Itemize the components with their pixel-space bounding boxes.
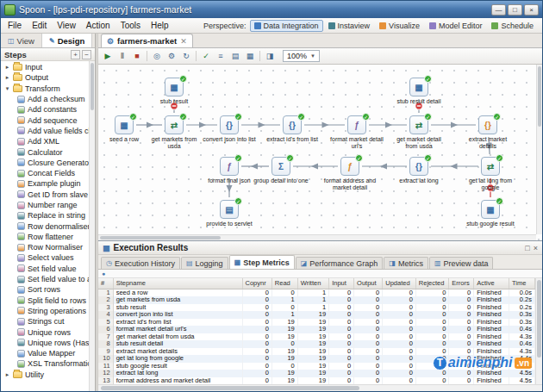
sidebar-scrollbar-thumb[interactable] bbox=[90, 63, 94, 110]
tree-item-example-plugin[interactable]: Example plugin bbox=[1, 178, 89, 189]
tree-item-calculator[interactable]: Calculator bbox=[1, 146, 89, 157]
perspective-schedule-button[interactable]: Schedule bbox=[487, 20, 538, 32]
table-row[interactable]: 9extract market details0191900000Finishe… bbox=[98, 348, 535, 356]
results-tab-preview-data[interactable]: ▥Preview data bbox=[429, 257, 494, 269]
menu-action[interactable]: Action bbox=[81, 20, 115, 31]
tree-item-split-field-to-rows[interactable]: Split field to rows bbox=[1, 296, 89, 306]
tree-item-select-values[interactable]: Select values bbox=[1, 252, 89, 263]
step-icon-get-lat-long-from-google[interactable]: ⇄✓ bbox=[481, 157, 500, 176]
expand-all-button[interactable]: + bbox=[71, 50, 80, 59]
canvas-step-extract-lat-long[interactable]: {}✓extract lat long bbox=[391, 157, 446, 184]
results-tab-step-metrics[interactable]: ▦Step Metrics bbox=[229, 255, 295, 269]
step-icon-format-final-json[interactable]: ƒ✓ bbox=[220, 157, 239, 176]
collapse-all-button[interactable]: − bbox=[82, 50, 91, 59]
table-row[interactable]: 13format address and market detail019190… bbox=[98, 377, 535, 385]
sidebar-tab-view[interactable]: ◫View bbox=[1, 34, 42, 47]
menu-edit[interactable]: Edit bbox=[27, 20, 52, 31]
table-row[interactable]: 4convert json into list011900000Finished… bbox=[98, 311, 535, 319]
tree-item-string-operations[interactable]: String operations bbox=[1, 306, 89, 316]
step-icon-extract-market-details[interactable]: {}✓ bbox=[478, 115, 497, 134]
close-panel-button[interactable]: × bbox=[534, 244, 538, 252]
tree-item-add-sequence[interactable]: Add sequence bbox=[1, 115, 89, 125]
tree-item-value-mapper[interactable]: Value Mapper bbox=[1, 348, 89, 358]
canvas-vscroll-thumb[interactable] bbox=[538, 66, 541, 127]
table-row[interactable]: 7get market detail from usda0191900000Fi… bbox=[98, 333, 535, 341]
canvas-step-stub-result-detail[interactable]: ▦✓stub result detail bbox=[391, 78, 446, 105]
toolbar-impact-analysis-button[interactable]: ≡ bbox=[215, 50, 227, 62]
tree-item-set-field-value-to-a-const[interactable]: Set field value to a const... bbox=[1, 274, 89, 284]
tree-folder-output[interactable]: ▸Output bbox=[1, 72, 89, 83]
column-header-updated[interactable]: Updated bbox=[383, 278, 416, 289]
menu-help[interactable]: Help bbox=[146, 20, 174, 31]
canvas-step-format-address-and-market-detail[interactable]: ƒ✓format address and market detail bbox=[322, 157, 378, 191]
canvas-step-extract-ids-from-list[interactable]: {}✓extract id's from list bbox=[265, 115, 320, 143]
column-header-input[interactable]: Input bbox=[329, 278, 354, 289]
tree-item-row-denormaliser[interactable]: Row denormaliser bbox=[1, 221, 89, 231]
toolbar-replay-button[interactable]: ↻ bbox=[180, 50, 192, 62]
hide-inactive-steps-button[interactable]: ● bbox=[102, 271, 105, 277]
toolbar-run-button[interactable]: ▶ bbox=[102, 50, 114, 62]
table-row[interactable]: 6format market detail url's0191900000Fin… bbox=[98, 326, 535, 333]
toolbar-stop-button[interactable]: ■ bbox=[131, 50, 143, 62]
canvas-step-get-market-detail-from-usda[interactable]: ⇄✓get market detail from usda bbox=[391, 115, 446, 150]
column-header-output[interactable]: Output bbox=[354, 278, 383, 289]
step-icon-convert-json-into-list[interactable]: {}✓ bbox=[220, 115, 239, 134]
menu-file[interactable]: File bbox=[3, 20, 27, 31]
tree-folder-utility[interactable]: ▸Utility bbox=[1, 370, 89, 380]
table-row[interactable]: 3stub result00100000Finished0.2s bbox=[98, 304, 535, 312]
step-icon-get-markets-from-usda[interactable]: ⇄✓ bbox=[165, 115, 184, 134]
tree-item-strings-cut[interactable]: Strings cut bbox=[1, 316, 89, 327]
table-horizontal-scrollbar[interactable] bbox=[98, 384, 542, 391]
column-header-time[interactable]: Time bbox=[509, 278, 534, 289]
maximize-button[interactable]: □ bbox=[508, 4, 522, 16]
table-row[interactable]: 12extract lat long0191900000Finished4.5s bbox=[98, 370, 535, 377]
maximize-panel-button[interactable]: □ bbox=[525, 244, 529, 252]
step-icon-seed-a-row[interactable]: ▦✓ bbox=[115, 115, 134, 134]
toolbar-preview-button[interactable]: ◎ bbox=[151, 50, 163, 62]
perspective-data-integration-button[interactable]: Data Integration bbox=[250, 20, 323, 32]
tree-item-number-range[interactable]: Number range bbox=[1, 200, 89, 210]
canvas-hscroll-thumb[interactable] bbox=[100, 236, 221, 240]
canvas-step-format-market-detail-urls[interactable]: ƒ✓format market detail url's bbox=[329, 115, 384, 150]
canvas-vertical-scrollbar[interactable] bbox=[536, 65, 542, 234]
toolbar-debug-button[interactable]: ⚙ bbox=[165, 50, 178, 62]
step-icon-extract-lat-long[interactable]: {}✓ bbox=[409, 157, 428, 176]
tree-item-closure-generator[interactable]: Closure Generator bbox=[1, 158, 89, 168]
step-icon-format-address-and-market-detail[interactable]: ƒ✓ bbox=[340, 157, 359, 176]
canvas-step-seed-a-row[interactable]: ▦✓seed a row bbox=[98, 115, 152, 143]
column-header-stepname[interactable]: Stepname bbox=[113, 278, 242, 289]
tree-item-sort-rows[interactable]: Sort rows bbox=[1, 284, 89, 295]
tree-item-replace-in-string[interactable]: Replace in string bbox=[1, 210, 89, 221]
tree-item-xsl-transformation[interactable]: XSL Transformation bbox=[1, 358, 89, 369]
column-header-active[interactable]: Active bbox=[474, 278, 509, 289]
tree-item-add-constants[interactable]: Add constants bbox=[1, 104, 89, 115]
canvas-step-stub-google-result[interactable]: ▦✓stub google result bbox=[463, 200, 518, 227]
toolbar-generate-sql-button[interactable]: ▤ bbox=[229, 50, 241, 62]
tree-item-unique-rows[interactable]: Unique rows bbox=[1, 327, 89, 337]
sidebar-tab-design[interactable]: ✎Design bbox=[42, 34, 92, 47]
tree-item-set-field-value[interactable]: Set field value bbox=[1, 264, 89, 274]
canvas-step-extract-market-details[interactable]: {}✓extract market details bbox=[460, 115, 515, 150]
results-tab-metrics[interactable]: ◨Metrics bbox=[384, 257, 428, 269]
sidebar-scrollbar[interactable] bbox=[89, 61, 95, 391]
step-icon-stub-result-detail[interactable]: ▦✓ bbox=[409, 78, 428, 96]
tree-item-get-id-from-slave-server[interactable]: Get ID from slave server bbox=[1, 190, 89, 200]
toolbar-show-execution-results-button[interactable]: ◨ bbox=[264, 50, 276, 62]
minimize-button[interactable]: — bbox=[491, 4, 506, 16]
step-icon-stub-google-result[interactable]: ▦✓ bbox=[481, 200, 500, 219]
table-row[interactable]: 1seed a row00100000Finished0.0s bbox=[98, 289, 535, 296]
tree-item-add-value-fields-changing[interactable]: Add value fields changing bbox=[1, 126, 89, 136]
column-header-read[interactable]: Read bbox=[272, 278, 297, 289]
tree-item-add-a-checksum[interactable]: Add a checksum bbox=[1, 94, 89, 104]
canvas-step-format-final-json[interactable]: ƒ✓format final json bbox=[202, 157, 257, 184]
table-row[interactable]: 2get markets from usda01100000Finished0.… bbox=[98, 296, 535, 304]
tab-close-icon[interactable]: ✕ bbox=[180, 37, 187, 46]
table-row[interactable]: 8stub result detail001900000Finished0.4s bbox=[98, 340, 535, 348]
table-hscroll-thumb[interactable] bbox=[101, 386, 359, 390]
step-icon-format-market-detail-urls[interactable]: ƒ✓ bbox=[347, 115, 366, 134]
canvas-step-get-markets-from-usda[interactable]: ⇄✓get markets from usda bbox=[147, 115, 202, 150]
column-header-errors[interactable]: Errors bbox=[449, 278, 474, 289]
tree-item-add-xml[interactable]: Add XML bbox=[1, 136, 89, 146]
canvas-step-provide-to-servlet[interactable]: ▤✓provide to servlet bbox=[202, 200, 257, 227]
perspective-instaview-button[interactable]: Instaview bbox=[324, 20, 375, 32]
